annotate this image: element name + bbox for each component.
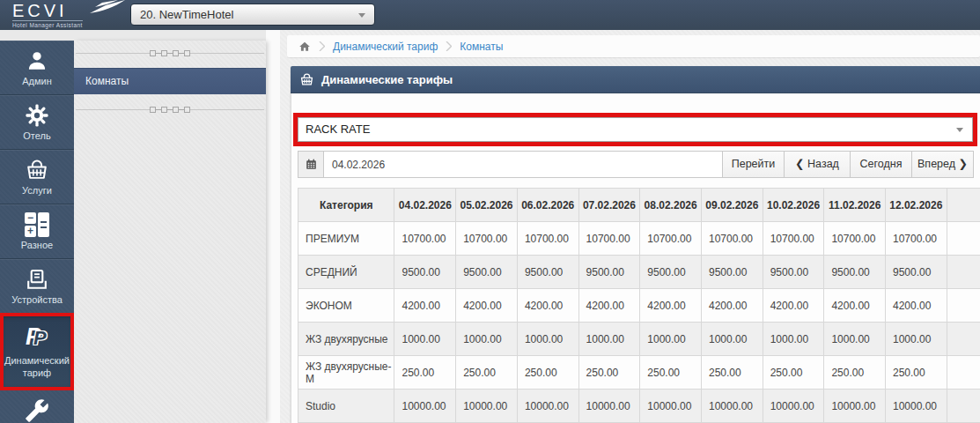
rate-cell: 4200.00	[394, 289, 456, 323]
rate-cell: 9500.00	[517, 256, 578, 289]
rate-cell: 250.00	[517, 356, 578, 390]
rate-plan-select[interactable]: RACK RATE	[298, 117, 973, 142]
breadcrumb-separator-icon	[446, 41, 452, 51]
rate-cell: 250.00	[394, 356, 456, 390]
category-cell: ЖЗ двухярусные	[298, 323, 394, 356]
rate-cell: 10000.00	[394, 390, 456, 423]
calc-blocks-icon: − +	[23, 212, 51, 238]
user-icon	[23, 48, 51, 74]
panel-title: Динамические тарифы	[321, 73, 453, 86]
date-column-header: 12.02.2026	[885, 189, 947, 222]
date-column-header: 07.02.2026	[578, 189, 640, 222]
rate-cell: 250.00	[885, 356, 947, 390]
dynamic-rates-panel: Динамические тарифы RACK RATE	[291, 66, 980, 423]
rate-cell: 10000.00	[517, 390, 578, 423]
category-cell: ПРЕМИУМ	[298, 222, 394, 256]
sidebar-item-services[interactable]: Услуги	[0, 150, 74, 204]
date-input[interactable]	[324, 151, 723, 178]
rate-cell: 9500.00	[701, 256, 763, 289]
rate-cell: 10700.00	[456, 222, 518, 256]
table-row: ЖЗ двухярусные1000.001000.001000.001000.…	[298, 323, 980, 356]
main-content: Динамический тариф Комнаты Динамические …	[266, 30, 980, 423]
sidebar-item-hotel[interactable]: Отель	[0, 95, 74, 150]
partial-cell	[947, 222, 980, 256]
rate-cell: 10700.00	[640, 222, 702, 256]
sidebar-item-label: Динамический тариф	[0, 355, 74, 378]
rate-cell: 4200.00	[517, 289, 578, 323]
breadcrumb-link-dynamic-rate[interactable]: Динамический тариф	[333, 41, 438, 53]
category-cell: ЖЗ двухярусные-М	[298, 356, 394, 390]
table-row: СРЕДНИЙ9500.009500.009500.009500.009500.…	[298, 256, 980, 289]
p-rate-icon: PP	[23, 323, 51, 353]
rate-cell: 4200.00	[701, 289, 763, 323]
rate-cell: 250.00	[701, 356, 763, 390]
rate-cell: 10700.00	[763, 222, 824, 256]
rate-cell: 10000.00	[578, 390, 640, 423]
rate-cell: 10700.00	[885, 222, 947, 256]
rate-cell: 10700.00	[824, 222, 886, 256]
breadcrumb-link-rooms[interactable]: Комнаты	[460, 41, 503, 53]
rate-cell: 9500.00	[640, 256, 702, 289]
sidebar-item-devices[interactable]: Устройства	[0, 259, 74, 314]
group-divider	[76, 49, 264, 57]
sidebar-item-tools[interactable]	[0, 390, 74, 423]
rate-cell: 10000.00	[824, 390, 886, 423]
forward-button[interactable]: Вперед ❯	[912, 151, 974, 178]
app-logo: ECVI Hotel Manager Assistant	[12, 2, 83, 28]
home-icon[interactable]	[298, 41, 311, 53]
rate-cell: 9500.00	[824, 256, 886, 289]
today-button[interactable]: Сегодня	[851, 151, 912, 178]
rate-cell: 4200.00	[885, 289, 947, 323]
rate-cell: 10000.00	[701, 390, 763, 423]
secondary-sidebar: Комнаты	[74, 41, 266, 423]
rate-cell: 10700.00	[517, 222, 578, 256]
subnav-item-label: Комнаты	[85, 75, 129, 87]
rate-cell: 1000.00	[824, 323, 886, 356]
rate-cell: 10000.00	[640, 390, 702, 423]
rate-cell: 10000.00	[763, 390, 824, 423]
highlight-box-rate-select: RACK RATE	[293, 113, 977, 146]
rate-cell: 250.00	[824, 356, 886, 390]
date-column-header: 05.02.2026	[456, 189, 518, 222]
table-row: ЖЗ двухярусные-М250.00250.00250.00250.00…	[298, 356, 980, 390]
rate-cell: 1000.00	[517, 323, 578, 356]
rate-cell: 4200.00	[456, 289, 518, 323]
rate-cell: 9500.00	[578, 256, 640, 289]
partial-cell	[947, 390, 980, 423]
go-button[interactable]: Перейти	[723, 151, 785, 178]
panel-header: Динамические тарифы	[291, 66, 980, 93]
rate-cell: 4200.00	[824, 289, 886, 323]
calendar-icon[interactable]	[298, 151, 324, 178]
category-column-header: Категория	[298, 189, 394, 222]
subnav-item-rooms[interactable]: Комнаты	[74, 68, 266, 94]
rate-cell: 1000.00	[640, 323, 702, 356]
category-cell: Studio	[298, 390, 394, 423]
sidebar-item-label: Разное	[19, 240, 55, 251]
rate-cell: 250.00	[456, 356, 518, 390]
rate-cell: 10700.00	[394, 222, 456, 256]
category-cell: СРЕДНИЙ	[298, 256, 394, 289]
partial-cell	[947, 356, 980, 390]
logo-subtitle: Hotel Manager Assistant	[12, 20, 83, 28]
partial-cell	[947, 289, 980, 323]
partial-cell	[947, 323, 980, 356]
rate-plan-value: RACK RATE	[306, 122, 370, 136]
rate-cell: 10000.00	[456, 390, 518, 423]
sidebar-item-admin[interactable]: Админ	[0, 41, 74, 95]
date-column-header: 04.02.2026	[394, 189, 456, 222]
back-button[interactable]: ❮ Назад	[785, 151, 851, 178]
sidebar-item-dynamic-rate[interactable]: PP Динамический тариф	[0, 314, 74, 390]
basket-icon	[299, 72, 314, 87]
rate-cell: 9500.00	[763, 256, 824, 289]
partial-column-header	[947, 189, 980, 222]
date-controls: Перейти ❮ Назад Сегодня Вперед ❯	[298, 151, 974, 178]
hotel-select[interactable]: 20. NewTimeHotel	[130, 4, 375, 26]
rate-cell: 10700.00	[578, 222, 640, 256]
sidebar-item-misc[interactable]: − + Разное	[0, 204, 74, 259]
rate-cell: 250.00	[578, 356, 640, 390]
rate-cell: 1000.00	[763, 323, 824, 356]
rates-table-body: ПРЕМИУМ10700.0010700.0010700.0010700.001…	[298, 222, 980, 423]
rate-cell: 9500.00	[394, 256, 456, 289]
rate-cell: 4200.00	[640, 289, 702, 323]
table-row: Studio10000.0010000.0010000.0010000.0010…	[298, 390, 980, 423]
